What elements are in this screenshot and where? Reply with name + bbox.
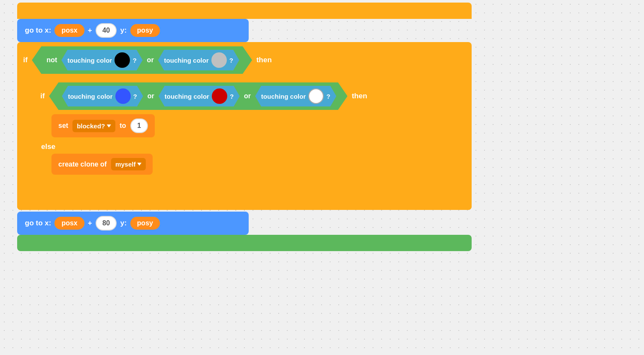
goto1-label: go to x: [25,26,51,35]
goto2-ylabel: y: [120,219,126,228]
goto2-plus: + [88,219,92,228]
dropdown-arrow [107,124,111,127]
inner-then-label: then [352,92,367,100]
or1-label: or [147,56,154,64]
tc2-q: ? [229,57,233,64]
tc-blue-block: touching color ? [62,86,143,106]
tc-white-block: touching color ? [255,86,336,106]
set-value[interactable]: 1 [130,118,148,133]
tc-grey-block: touching color ? [158,50,239,70]
not-label: not [46,56,57,64]
inner-if-block: if touching color ? or touching color [34,78,468,194]
tc1-q: ? [132,57,136,64]
goto1-varx[interactable]: posx [54,24,84,37]
clone-block-container: create clone of myself [51,154,465,177]
set-var-dropdown[interactable]: blocked? [72,120,115,132]
clone-dropdown-arrow [137,163,141,166]
tc2-label: touching color [164,57,209,64]
inner-tc3-q: ? [326,93,330,100]
clone-var: myself [115,161,136,168]
set-block-container: set blocked? to 1 [51,114,465,140]
inner-if-condition: touching color ? or touching color ? or [49,82,347,110]
inner-tc2-label: touching color [165,93,209,100]
inner-or1-label: or [147,92,154,100]
goto1-ylabel: y: [120,26,126,35]
tc-black-block: touching color ? [61,50,142,70]
bottom-green-strip [17,235,472,251]
goto1-vary[interactable]: posy [130,24,160,37]
outer-if-condition: not touching color ? or touching color ? [32,46,252,74]
else-label: else [34,140,468,154]
color-white[interactable] [308,88,324,104]
set-blocked-block: set blocked? to 1 [51,114,155,137]
goto2-vary[interactable]: posy [130,217,160,230]
goto1-plus: + [88,26,92,35]
color-red[interactable] [212,88,227,104]
goto2-label: go to x: [25,219,51,228]
inner-tc3-label: touching color [261,93,306,100]
set-label: set [58,122,68,130]
color-black[interactable] [114,52,130,68]
goto-block-1: go to x: posx + 40 y: posy [17,19,249,42]
tc1-label: touching color [67,57,112,64]
inner-tc2-q: ? [230,93,234,100]
create-clone-block: create clone of myself [51,154,153,175]
to-label: to [120,122,126,130]
goto2-val[interactable]: 80 [96,216,117,231]
goto-block-2: go to x: posx + 80 y: posy [17,212,249,235]
top-strip [17,3,472,19]
inner-if-header: if touching color ? or touching color [34,78,468,114]
outer-then-label: then [256,56,272,64]
color-blue[interactable] [115,88,131,104]
tc-red-block: touching color ? [159,86,240,106]
inner-tc1-label: touching color [68,93,112,100]
outer-if-label: if [23,56,27,64]
inner-if-label: if [40,92,45,100]
clone-var-dropdown[interactable]: myself [111,158,146,170]
outer-if-block: if not touching color ? or touching colo… [17,42,472,210]
set-var-name: blocked? [77,122,105,130]
clone-label: create clone of [58,161,107,168]
goto2-varx[interactable]: posx [54,217,84,230]
outer-if-inner: if touching color ? or touching color [34,78,468,194]
inner-if-bottom [34,177,468,194]
goto1-val[interactable]: 40 [96,23,117,38]
color-grey[interactable] [211,52,227,68]
outer-if-bottom [17,194,472,210]
outer-if-header: if not touching color ? or touching colo… [17,42,472,78]
inner-or2-label: or [244,92,251,100]
inner-tc1-q: ? [133,93,137,100]
